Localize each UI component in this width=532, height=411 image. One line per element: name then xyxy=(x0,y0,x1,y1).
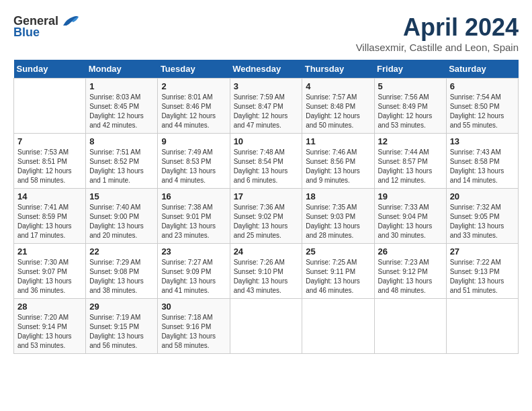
day-number: 20 xyxy=(450,191,515,201)
day-info: Sunrise: 7:46 AM Sunset: 8:56 PM Dayligh… xyxy=(306,148,370,185)
calendar-cell: 24Sunrise: 7:26 AM Sunset: 9:10 PM Dayli… xyxy=(230,244,302,299)
day-info: Sunrise: 7:26 AM Sunset: 9:10 PM Dayligh… xyxy=(234,258,299,295)
calendar-cell: 15Sunrise: 7:40 AM Sunset: 9:00 PM Dayli… xyxy=(86,189,158,244)
day-info: Sunrise: 8:03 AM Sunset: 8:45 PM Dayligh… xyxy=(89,93,154,130)
day-info: Sunrise: 7:35 AM Sunset: 9:03 PM Dayligh… xyxy=(306,203,370,240)
calendar-cell xyxy=(302,299,374,354)
calendar-cell: 1Sunrise: 8:03 AM Sunset: 8:45 PM Daylig… xyxy=(86,79,158,134)
day-info: Sunrise: 8:01 AM Sunset: 8:46 PM Dayligh… xyxy=(161,93,226,130)
calendar-cell xyxy=(446,299,518,354)
day-info: Sunrise: 7:32 AM Sunset: 9:05 PM Dayligh… xyxy=(450,203,515,240)
day-number: 6 xyxy=(450,81,515,91)
day-info: Sunrise: 7:27 AM Sunset: 9:09 PM Dayligh… xyxy=(161,258,226,295)
header: General Blue April 2024 Villasexmir, Cas… xyxy=(13,13,519,53)
calendar-cell: 9Sunrise: 7:49 AM Sunset: 8:53 PM Daylig… xyxy=(158,134,230,189)
day-info: Sunrise: 7:18 AM Sunset: 9:16 PM Dayligh… xyxy=(161,313,226,351)
day-number: 1 xyxy=(89,81,154,91)
day-info: Sunrise: 7:25 AM Sunset: 9:11 PM Dayligh… xyxy=(306,258,370,295)
header-tuesday: Tuesday xyxy=(158,60,230,79)
calendar-cell: 13Sunrise: 7:43 AM Sunset: 8:58 PM Dayli… xyxy=(446,134,518,189)
calendar-cell: 6Sunrise: 7:54 AM Sunset: 8:50 PM Daylig… xyxy=(446,79,518,134)
day-number: 3 xyxy=(234,81,299,91)
day-info: Sunrise: 7:54 AM Sunset: 8:50 PM Dayligh… xyxy=(450,93,515,130)
main-title: April 2024 xyxy=(356,13,519,42)
calendar-cell: 27Sunrise: 7:22 AM Sunset: 9:13 PM Dayli… xyxy=(446,244,518,299)
day-number: 15 xyxy=(89,191,154,201)
day-info: Sunrise: 7:29 AM Sunset: 9:08 PM Dayligh… xyxy=(89,258,154,295)
logo-blue-text: Blue xyxy=(13,26,40,40)
day-info: Sunrise: 7:33 AM Sunset: 9:04 PM Dayligh… xyxy=(378,203,443,240)
logo: General Blue xyxy=(13,13,80,40)
week-row-3: 14Sunrise: 7:41 AM Sunset: 8:59 PM Dayli… xyxy=(14,189,519,244)
calendar-cell: 2Sunrise: 8:01 AM Sunset: 8:46 PM Daylig… xyxy=(158,79,230,134)
day-number: 12 xyxy=(378,136,443,146)
day-number: 4 xyxy=(306,81,370,91)
calendar-cell: 4Sunrise: 7:57 AM Sunset: 8:48 PM Daylig… xyxy=(302,79,374,134)
calendar-cell: 29Sunrise: 7:19 AM Sunset: 9:15 PM Dayli… xyxy=(86,299,158,354)
day-number: 8 xyxy=(89,136,154,146)
day-number: 26 xyxy=(378,246,443,257)
header-wednesday: Wednesday xyxy=(230,60,302,79)
header-monday: Monday xyxy=(86,60,158,79)
day-number: 22 xyxy=(89,246,154,257)
day-info: Sunrise: 7:44 AM Sunset: 8:57 PM Dayligh… xyxy=(378,148,443,185)
day-number: 28 xyxy=(17,302,82,312)
calendar-cell: 25Sunrise: 7:25 AM Sunset: 9:11 PM Dayli… xyxy=(302,244,374,299)
day-number: 24 xyxy=(234,246,299,257)
header-saturday: Saturday xyxy=(446,60,518,79)
header-friday: Friday xyxy=(374,60,446,79)
day-number: 17 xyxy=(234,191,299,201)
calendar-cell: 5Sunrise: 7:56 AM Sunset: 8:49 PM Daylig… xyxy=(374,79,446,134)
day-info: Sunrise: 7:23 AM Sunset: 9:12 PM Dayligh… xyxy=(378,258,443,295)
calendar-table: SundayMondayTuesdayWednesdayThursdayFrid… xyxy=(13,60,519,354)
calendar-cell: 26Sunrise: 7:23 AM Sunset: 9:12 PM Dayli… xyxy=(374,244,446,299)
day-number: 27 xyxy=(450,246,515,257)
day-number: 9 xyxy=(161,136,226,146)
calendar-cell: 17Sunrise: 7:36 AM Sunset: 9:02 PM Dayli… xyxy=(230,189,302,244)
day-info: Sunrise: 7:40 AM Sunset: 9:00 PM Dayligh… xyxy=(89,203,154,240)
header-thursday: Thursday xyxy=(302,60,374,79)
calendar-cell xyxy=(374,299,446,354)
calendar-cell: 3Sunrise: 7:59 AM Sunset: 8:47 PM Daylig… xyxy=(230,79,302,134)
day-info: Sunrise: 7:36 AM Sunset: 9:02 PM Dayligh… xyxy=(234,203,299,240)
day-number: 19 xyxy=(378,191,443,201)
days-header-row: SundayMondayTuesdayWednesdayThursdayFrid… xyxy=(14,60,519,79)
week-row-4: 21Sunrise: 7:30 AM Sunset: 9:07 PM Dayli… xyxy=(14,244,519,299)
day-number: 25 xyxy=(306,246,370,257)
week-row-2: 7Sunrise: 7:53 AM Sunset: 8:51 PM Daylig… xyxy=(14,134,519,189)
day-number: 16 xyxy=(161,191,226,201)
day-number: 14 xyxy=(17,191,82,201)
day-info: Sunrise: 7:57 AM Sunset: 8:48 PM Dayligh… xyxy=(306,93,370,130)
calendar-cell: 14Sunrise: 7:41 AM Sunset: 8:59 PM Dayli… xyxy=(14,189,86,244)
day-number: 30 xyxy=(161,302,226,312)
day-number: 10 xyxy=(234,136,299,146)
logo-bird-icon xyxy=(60,13,80,28)
day-number: 2 xyxy=(161,81,226,91)
day-number: 23 xyxy=(161,246,226,257)
day-number: 21 xyxy=(17,246,82,257)
header-sunday: Sunday xyxy=(14,60,86,79)
day-info: Sunrise: 7:19 AM Sunset: 9:15 PM Dayligh… xyxy=(89,313,154,351)
calendar-cell xyxy=(230,299,302,354)
day-info: Sunrise: 7:22 AM Sunset: 9:13 PM Dayligh… xyxy=(450,258,515,295)
day-info: Sunrise: 7:41 AM Sunset: 8:59 PM Dayligh… xyxy=(17,203,82,240)
day-info: Sunrise: 7:48 AM Sunset: 8:54 PM Dayligh… xyxy=(234,148,299,185)
calendar-cell: 12Sunrise: 7:44 AM Sunset: 8:57 PM Dayli… xyxy=(374,134,446,189)
calendar-cell: 11Sunrise: 7:46 AM Sunset: 8:56 PM Dayli… xyxy=(302,134,374,189)
title-section: April 2024 Villasexmir, Castille and Leo… xyxy=(356,13,519,53)
day-info: Sunrise: 7:30 AM Sunset: 9:07 PM Dayligh… xyxy=(17,258,82,295)
subtitle: Villasexmir, Castille and Leon, Spain xyxy=(356,42,519,53)
day-info: Sunrise: 7:51 AM Sunset: 8:52 PM Dayligh… xyxy=(89,148,154,185)
day-number: 5 xyxy=(378,81,443,91)
calendar-cell: 19Sunrise: 7:33 AM Sunset: 9:04 PM Dayli… xyxy=(374,189,446,244)
day-number: 7 xyxy=(17,136,82,146)
calendar-cell: 23Sunrise: 7:27 AM Sunset: 9:09 PM Dayli… xyxy=(158,244,230,299)
day-info: Sunrise: 7:56 AM Sunset: 8:49 PM Dayligh… xyxy=(378,93,443,130)
day-info: Sunrise: 7:38 AM Sunset: 9:01 PM Dayligh… xyxy=(161,203,226,240)
calendar-cell: 21Sunrise: 7:30 AM Sunset: 9:07 PM Dayli… xyxy=(14,244,86,299)
day-info: Sunrise: 7:20 AM Sunset: 9:14 PM Dayligh… xyxy=(17,313,82,351)
day-info: Sunrise: 7:59 AM Sunset: 8:47 PM Dayligh… xyxy=(234,93,299,130)
day-info: Sunrise: 7:43 AM Sunset: 8:58 PM Dayligh… xyxy=(450,148,515,185)
calendar-cell: 22Sunrise: 7:29 AM Sunset: 9:08 PM Dayli… xyxy=(86,244,158,299)
calendar-cell: 16Sunrise: 7:38 AM Sunset: 9:01 PM Dayli… xyxy=(158,189,230,244)
